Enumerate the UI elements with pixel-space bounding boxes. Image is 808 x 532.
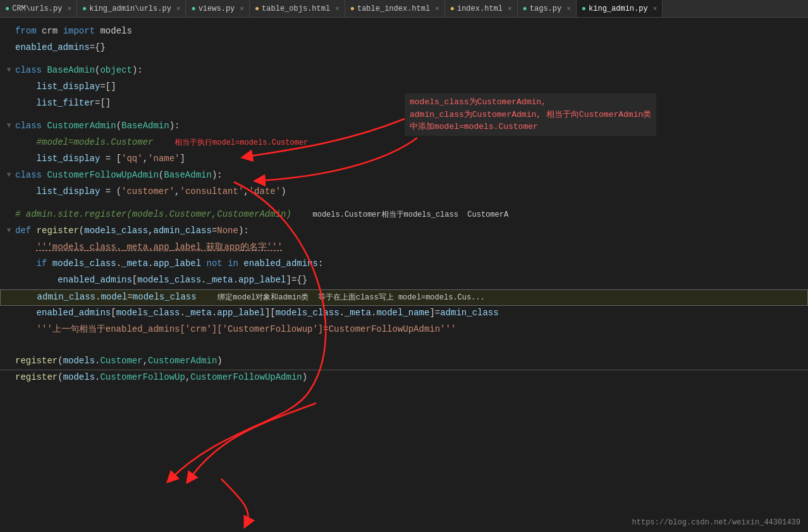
annotation-line1: models_class为CustomerAdmin, [410,96,651,109]
tab-label: tags.py [530,4,561,13]
code-line-24: register(models.Customer,CustomerAdmin) [0,354,808,370]
tab-label: CRM\urls.py [12,4,62,13]
code-line-8: ▼ class CustomerAdmin(BaseAdmin): [0,119,808,135]
code-line-25: register(models.CustomerFollowUp,Custome… [0,370,808,387]
line-number [3,306,15,307]
tab-king-admin-urls[interactable]: ● king_admin\urls.py × [77,0,186,18]
code-text: register(models.CustomerFollowUp,Custome… [15,370,805,384]
code-line-1: from crm import models [0,24,808,40]
tab-table-objs[interactable]: ● table_objs.html × [250,0,345,18]
line-number [3,339,15,340]
tab-close-icon[interactable]: × [566,5,571,13]
code-line-21: '''上一句相当于enabled_admins['crm']['Customer… [0,322,808,339]
tab-close-icon[interactable]: × [653,5,658,13]
code-line-3 [0,57,808,63]
line-number [3,80,15,81]
tab-label: index.html [457,4,503,13]
line-number [3,96,15,97]
line-number [3,207,15,209]
tab-king-admin[interactable]: ● king_admin.py × [577,0,663,18]
line-number: ▼ [3,224,15,237]
tab-label: king_admin.py [589,4,648,13]
tab-close-icon[interactable]: × [508,5,512,13]
code-line-13 [0,201,808,207]
line-number: ▼ [3,168,15,181]
line-number [3,348,15,349]
tab-close-icon[interactable]: × [240,5,244,13]
tab-views[interactable]: ● views.py × [186,0,249,18]
tab-close-icon[interactable]: × [67,5,71,13]
code-text: admin_class.model=models_class 绑定model对象… [16,290,805,304]
code-line-16: '''models_class._meta.app_label 获取app的名字… [0,240,808,257]
code-text: enabled_admins[models_class._meta.app_la… [15,273,805,287]
line-number [3,354,15,355]
code-line-22 [0,339,808,348]
line-number [3,135,15,136]
code-text: list_display=[] [15,80,805,94]
line-number [3,184,15,186]
code-line-14: # admin.site.register(models.Customer,Cu… [0,207,808,224]
tab-tags[interactable]: ● tags.py × [518,0,577,18]
tab-label: table_index.html [357,4,430,13]
tab-index[interactable]: ● index.html × [445,0,518,18]
line-number: ▼ [3,63,15,76]
tab-label: table_objs.html [262,4,330,13]
line-number [3,40,15,42]
annotation-box-1: models_class为CustomerAdmin, admin_class为… [405,94,656,136]
code-line-11: ▼ class CustomerFollowUpAdmin(BaseAdmin)… [0,168,808,184]
code-text: enabled_admins[models_class._meta.app_la… [15,306,805,320]
line-number: ▼ [3,119,15,132]
code-text: from crm import models [15,24,805,38]
line-number [3,322,15,323]
code-line-23 [0,348,808,354]
line-number [3,152,15,153]
code-text: def register(models_class,admin_class=No… [15,224,805,238]
tab-crm-urls[interactable]: ● CRM\urls.py × [0,0,77,18]
line-number [3,201,15,202]
code-line-6: list_filter=[] [0,96,808,112]
code-text: register(models.Customer,CustomerAdmin) [15,354,805,368]
code-line-15: ▼ def register(models_class,admin_class=… [0,224,808,240]
line-number [3,273,15,274]
tab-close-icon[interactable]: × [435,5,439,13]
tab-table-index[interactable]: ● table_index.html × [345,0,445,18]
annotation-line2: admin_class为CustomerAdmin, 相当于向CustomerA… [410,109,651,121]
code-line-20: enabled_admins[models_class._meta.app_la… [0,306,808,322]
line-number [3,240,15,241]
code-text: class BaseAdmin(object): [15,63,805,77]
tab-label: king_admin\urls.py [89,4,171,13]
code-line-9: #model=models.Customer 相当于执行model=models… [0,135,808,152]
line-number [3,57,15,58]
tab-bar: ● CRM\urls.py × ● king_admin\urls.py × ●… [0,0,808,18]
tab-label: views.py [199,4,235,13]
code-text: #model=models.Customer 相当于执行model=models… [15,135,805,149]
line-number [3,257,15,258]
tab-close-icon[interactable]: × [335,5,340,13]
code-text: class CustomerFollowUpAdmin(BaseAdmin): [15,168,805,182]
line-number [3,290,16,291]
code-line-19: admin_class.model=models_class 绑定model对象… [0,289,808,306]
code-line-12: list_display = ('customer','consultant',… [0,184,808,201]
line-number [3,370,15,372]
code-line-17: if models_class._meta.app_label not in e… [0,257,808,273]
code-line-18: enabled_admins[models_class._meta.app_la… [0,273,808,289]
code-text: enabled_admins={} [15,40,805,54]
code-area: from crm import models enabled_admins={}… [0,18,808,532]
code-text: # admin.site.register(models.Customer,Cu… [15,207,805,221]
bottom-url: https://blog.csdn.net/weixin_44301439 [632,518,800,527]
code-text: list_display = ('customer','consultant',… [15,184,805,198]
code-line-10: list_display = ['qq','name'] [0,152,808,168]
line-number [3,112,15,114]
code-text: '''上一句相当于enabled_admins['crm']['Customer… [15,322,805,336]
code-line-4: ▼ class BaseAdmin(object): [0,63,808,80]
code-text: if models_class._meta.app_label not in e… [15,257,805,270]
code-line-7 [0,112,808,119]
code-text: '''models_class._meta.app_label 获取app的名字… [15,240,805,254]
code-line-2: enabled_admins={} [0,40,808,57]
tab-close-icon[interactable]: × [176,5,181,13]
code-text: list_display = ['qq','name'] [15,152,805,166]
annotation-line3: 中添加model=models.Customer [410,121,651,133]
code-line-5: list_display=[] [0,80,808,96]
line-number [3,24,15,25]
